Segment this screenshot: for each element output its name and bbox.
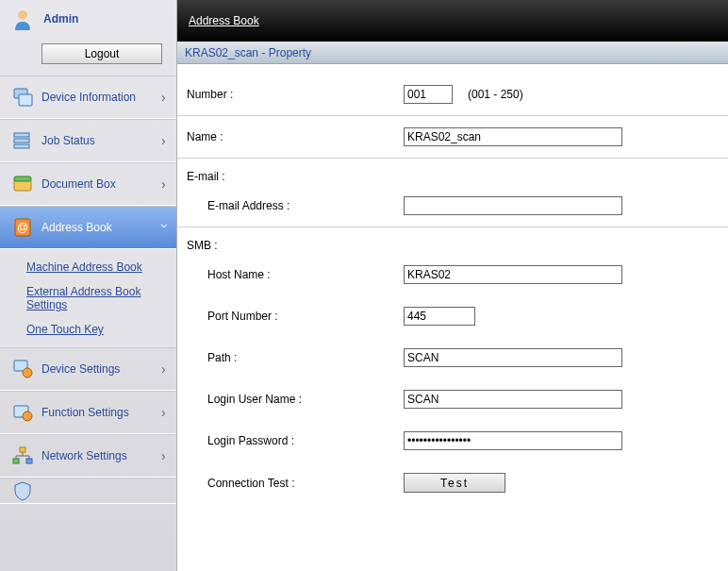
email-address-input[interactable] xyxy=(404,196,622,215)
function-settings-icon xyxy=(9,399,36,426)
email-section-label: E-mail : xyxy=(187,170,404,183)
number-hint: (001 - 250) xyxy=(468,88,523,101)
nav-label: Device Information xyxy=(41,91,161,104)
panel-title: KRAS02_scan - Property xyxy=(177,42,728,64)
path-label: Path : xyxy=(187,351,404,364)
svg-rect-15 xyxy=(13,459,19,463)
chevron-right-icon: › xyxy=(161,176,169,192)
row-connection-test: Connection Test : Test xyxy=(177,462,728,504)
sidebar: Admin Logout Device Information › Job St… xyxy=(0,0,177,571)
svg-text:@: @ xyxy=(17,221,28,234)
port-label: Port Number : xyxy=(187,310,404,323)
sidebar-item-function-settings[interactable]: Function Settings › xyxy=(0,391,176,434)
row-path: Path : xyxy=(177,337,728,378)
user-icon xyxy=(9,6,36,32)
row-login-user: Login User Name : xyxy=(177,378,728,420)
name-label: Name : xyxy=(187,130,404,143)
nav-label: Job Status xyxy=(41,134,161,147)
login-password-input[interactable] xyxy=(404,431,622,450)
sidebar-item-address-book[interactable]: @ Address Book › xyxy=(0,206,176,249)
sidebar-item-document-box[interactable]: Document Box › xyxy=(0,162,176,206)
user-role: Admin xyxy=(43,12,78,25)
sidebar-item-device-info[interactable]: Device Information › xyxy=(0,76,176,119)
host-label: Host Name : xyxy=(187,268,404,281)
chevron-right-icon: › xyxy=(161,90,169,105)
subnav-external-address-book[interactable]: External Address Book Settings xyxy=(0,279,176,317)
device-settings-icon xyxy=(9,356,36,382)
name-input[interactable] xyxy=(404,127,622,146)
svg-rect-7 xyxy=(14,176,31,181)
chevron-right-icon: › xyxy=(161,405,169,420)
svg-point-0 xyxy=(18,10,27,20)
breadcrumb[interactable]: Address Book xyxy=(189,14,259,27)
smb-section-label: SMB : xyxy=(187,239,404,252)
logout-row: Logout xyxy=(0,38,176,76)
nav-label: Address Book xyxy=(41,221,161,234)
sidebar-item-device-settings[interactable]: Device Settings › xyxy=(0,347,176,391)
port-input[interactable] xyxy=(404,307,475,326)
subnav-one-touch-key[interactable]: One Touch Key xyxy=(0,317,176,342)
document-box-icon xyxy=(9,171,36,197)
login-password-label: Login Password : xyxy=(187,434,404,447)
network-settings-icon xyxy=(9,443,36,469)
sidebar-item-job-status[interactable]: Job Status › xyxy=(0,119,176,162)
shield-icon xyxy=(9,478,36,504)
nav-label: Function Settings xyxy=(41,406,161,419)
svg-point-11 xyxy=(23,368,32,378)
nav-label: Network Settings xyxy=(41,449,161,462)
sidebar-item-security-settings[interactable] xyxy=(0,478,176,504)
chevron-right-icon: › xyxy=(161,133,169,148)
row-name: Name : xyxy=(177,116,728,159)
row-port: Port Number : xyxy=(177,295,728,337)
row-number: Number : (001 - 250) xyxy=(177,74,728,116)
login-user-input[interactable] xyxy=(404,390,622,409)
chevron-down-icon: › xyxy=(157,224,173,231)
row-smb-section: SMB : xyxy=(177,227,728,254)
nav-label: Document Box xyxy=(41,177,161,191)
svg-rect-5 xyxy=(14,144,29,148)
svg-point-13 xyxy=(23,411,32,421)
svg-rect-3 xyxy=(14,133,29,137)
number-input[interactable] xyxy=(404,85,453,104)
row-host: Host Name : xyxy=(177,254,728,295)
address-book-submenu: Machine Address Book External Address Bo… xyxy=(0,249,176,347)
job-status-icon xyxy=(9,127,36,154)
sidebar-item-network-settings[interactable]: Network Settings › xyxy=(0,434,176,478)
path-input[interactable] xyxy=(404,348,622,367)
nav-label: Device Settings xyxy=(41,362,161,376)
test-button[interactable]: Test xyxy=(404,473,505,493)
subnav-machine-address-book[interactable]: Machine Address Book xyxy=(0,255,176,279)
connection-test-label: Connection Test : xyxy=(187,477,404,490)
host-input[interactable] xyxy=(404,265,622,284)
user-block: Admin xyxy=(0,0,176,38)
number-label: Number : xyxy=(187,88,404,101)
chevron-right-icon: › xyxy=(161,361,169,377)
content: Address Book KRAS02_scan - Property Numb… xyxy=(177,0,728,571)
svg-rect-4 xyxy=(14,139,29,143)
svg-rect-14 xyxy=(20,447,25,452)
svg-rect-2 xyxy=(19,94,32,106)
address-book-icon: @ xyxy=(9,214,36,241)
property-form: Number : (001 - 250) Name : E-mail : E-m… xyxy=(177,64,728,571)
chevron-right-icon: › xyxy=(161,448,169,463)
topbar: Address Book xyxy=(177,0,728,42)
row-login-password: Login Password : xyxy=(177,420,728,462)
login-user-label: Login User Name : xyxy=(187,393,404,406)
row-email-address: E-mail Address : xyxy=(177,185,728,227)
email-address-label: E-mail Address : xyxy=(187,199,404,212)
device-info-icon xyxy=(9,84,36,110)
row-email-section: E-mail : xyxy=(177,159,728,185)
logout-button[interactable]: Logout xyxy=(41,43,162,64)
svg-rect-16 xyxy=(26,459,32,463)
